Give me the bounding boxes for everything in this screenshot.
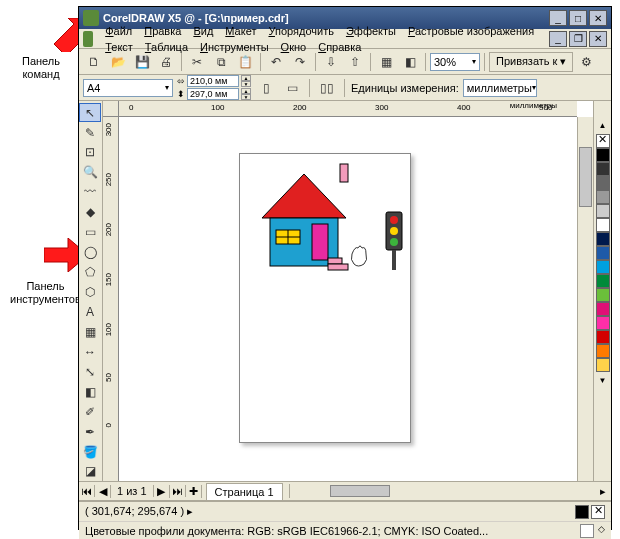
mdi-close-button[interactable]: ✕ (589, 31, 607, 47)
redo-icon[interactable]: ↷ (289, 51, 311, 73)
color-swatch[interactable] (596, 218, 610, 232)
step-shape[interactable] (328, 258, 342, 264)
eyedropper-tool[interactable]: ✐ (79, 402, 101, 421)
fill-outline-indicator[interactable]: ✕ (575, 505, 605, 519)
color-swatch[interactable] (596, 358, 610, 372)
connector-tool[interactable]: ⤡ (79, 362, 101, 381)
spinner[interactable]: ▲▼ (241, 88, 251, 100)
paper-combo[interactable]: A4▾ (83, 79, 173, 97)
scrollbar-thumb[interactable] (579, 147, 592, 207)
rectangle-tool[interactable]: ▭ (79, 223, 101, 242)
outline-swatch[interactable]: ✕ (591, 505, 605, 519)
dimension-tool[interactable]: ↔ (79, 342, 101, 361)
copy-icon[interactable]: ⧉ (210, 51, 232, 73)
roof-shape[interactable] (262, 174, 346, 218)
palette-up-icon[interactable]: ▲ (599, 121, 607, 130)
import-icon[interactable]: ⇩ (320, 51, 342, 73)
menu-вид[interactable]: Вид (187, 23, 219, 39)
palette-down-icon[interactable]: ▼ (599, 376, 607, 385)
color-swatch[interactable] (596, 176, 610, 190)
color-swatch[interactable] (596, 260, 610, 274)
page[interactable] (239, 153, 411, 443)
chimney-shape[interactable] (340, 164, 348, 182)
no-color-swatch[interactable] (596, 134, 610, 148)
outline-color-swatch[interactable] (580, 524, 594, 538)
table-tool[interactable]: ▦ (79, 322, 101, 341)
text-tool[interactable]: A (79, 302, 101, 321)
minimize-button[interactable]: _ (549, 10, 567, 26)
menu-растровые изображения[interactable]: Растровые изображения (402, 23, 540, 39)
shape-tool[interactable]: ✎ (79, 123, 101, 142)
zoom-tool[interactable]: 🔍 (79, 163, 101, 182)
cut-icon[interactable]: ✂ (186, 51, 208, 73)
palette-menu-icon[interactable]: ▸ (595, 485, 611, 498)
horizontal-scrollbar[interactable] (289, 484, 595, 498)
color-swatch[interactable] (596, 316, 610, 330)
color-swatch[interactable] (596, 330, 610, 344)
menu-файл[interactable]: Файл (99, 23, 138, 39)
portrait-icon[interactable]: ▯ (255, 77, 277, 99)
page-tab[interactable]: Страница 1 (206, 483, 283, 500)
menu-правка[interactable]: Правка (138, 23, 187, 39)
welcome-icon[interactable]: ◧ (399, 51, 421, 73)
fill-swatch[interactable] (575, 505, 589, 519)
cat-sketch[interactable] (351, 246, 366, 266)
open-icon[interactable]: 📂 (107, 51, 129, 73)
color-swatch[interactable] (596, 204, 610, 218)
trafficlight-pole[interactable] (392, 250, 396, 270)
horizontal-ruler[interactable]: миллиметры0100200300400500 (119, 101, 577, 117)
spinner[interactable]: ▲▼ (241, 75, 251, 87)
door-shape[interactable] (312, 224, 328, 260)
color-swatch[interactable] (596, 232, 610, 246)
mdi-minimize-button[interactable]: _ (549, 31, 567, 47)
crop-tool[interactable]: ⊡ (79, 143, 101, 162)
color-swatch[interactable] (596, 344, 610, 358)
page-width-input[interactable]: 210,0 мм (187, 75, 239, 87)
outline-tool[interactable]: ✒ (79, 422, 101, 441)
snap-button[interactable]: Привязать к ▾ (489, 52, 573, 72)
last-page-button[interactable]: ⏭ (170, 485, 186, 497)
maximize-button[interactable]: □ (569, 10, 587, 26)
scrollbar-thumb[interactable] (330, 485, 390, 497)
print-icon[interactable]: 🖨 (155, 51, 177, 73)
blend-tool[interactable]: ◧ (79, 382, 101, 401)
vertical-scrollbar[interactable] (577, 117, 593, 481)
polygon-tool[interactable]: ⬠ (79, 263, 101, 282)
pick-tool[interactable]: ↖ (79, 103, 101, 122)
smartfill-tool[interactable]: ◆ (79, 203, 101, 222)
red-light[interactable] (390, 216, 398, 224)
add-page-button[interactable]: ✚ (186, 485, 202, 498)
landscape-icon[interactable]: ▭ (281, 77, 303, 99)
prev-page-button[interactable]: ◀ (95, 485, 111, 498)
ruler-corner[interactable] (103, 101, 119, 117)
yellow-light[interactable] (390, 227, 398, 235)
menu-упорядочить[interactable]: Упорядочить (262, 23, 339, 39)
color-swatch[interactable] (596, 190, 610, 204)
vertical-ruler[interactable]: 300250200150100500 (103, 117, 119, 481)
save-icon[interactable]: 💾 (131, 51, 153, 73)
color-swatch[interactable] (596, 274, 610, 288)
green-light[interactable] (390, 238, 398, 246)
export-icon[interactable]: ⇧ (344, 51, 366, 73)
color-swatch[interactable] (596, 246, 610, 260)
canvas[interactable] (119, 117, 577, 481)
menu-эффекты[interactable]: Эффекты (340, 23, 402, 39)
paste-icon[interactable]: 📋 (234, 51, 256, 73)
color-swatch[interactable] (596, 302, 610, 316)
mdi-restore-button[interactable]: ❐ (569, 31, 587, 47)
first-page-button[interactable]: ⏮ (79, 485, 95, 497)
close-button[interactable]: ✕ (589, 10, 607, 26)
basicshapes-tool[interactable]: ⬡ (79, 283, 101, 302)
step-shape[interactable] (328, 264, 348, 270)
appstart-icon[interactable]: ▦ (375, 51, 397, 73)
options-icon[interactable]: ⚙ (575, 51, 597, 73)
page-height-input[interactable]: 297,0 мм (187, 88, 239, 100)
freehand-tool[interactable]: 〰 (79, 183, 101, 202)
undo-icon[interactable]: ↶ (265, 51, 287, 73)
fill-tool[interactable]: 🪣 (79, 442, 101, 461)
color-swatch[interactable] (596, 288, 610, 302)
interactivefill-tool[interactable]: ◪ (79, 462, 101, 481)
units-combo[interactable]: миллиметры▾ (463, 79, 537, 97)
next-page-button[interactable]: ▶ (154, 485, 170, 498)
menu-макет[interactable]: Макет (219, 23, 262, 39)
